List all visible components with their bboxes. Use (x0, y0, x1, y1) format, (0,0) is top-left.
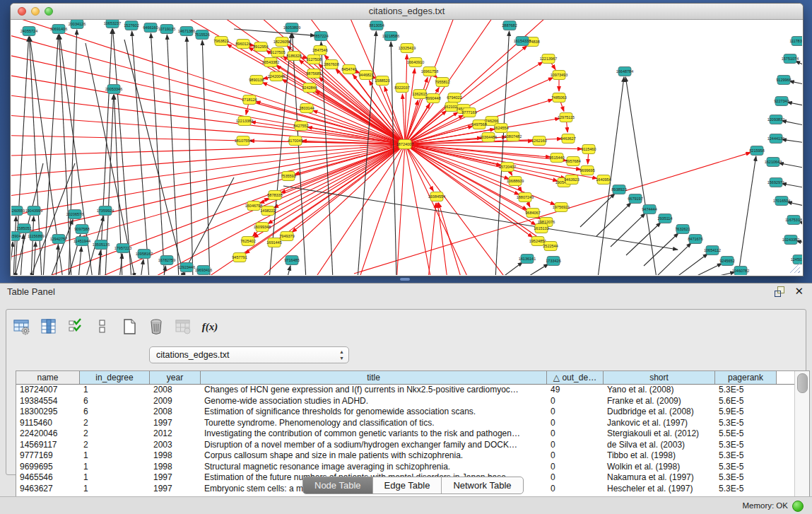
network-node-label: 9463627 (560, 136, 575, 141)
table-cell: 6 (80, 407, 150, 418)
network-edge (738, 156, 756, 275)
network-node-label: 1585051 (16, 226, 31, 230)
network-node-label: 10807482 (505, 134, 522, 139)
network-node-label: 9097588 (74, 227, 89, 231)
network-edge (596, 203, 631, 236)
column-header-title[interactable]: title (201, 371, 547, 384)
network-node-label: 7515526 (194, 33, 209, 37)
network-node-label: 2867608 (324, 62, 339, 66)
network-window-titlebar[interactable]: citations_edges.txt (11, 4, 803, 20)
function-builder-button[interactable]: f(x) (200, 317, 220, 337)
network-node-label: 7949379 (279, 234, 294, 238)
network-edge (268, 144, 405, 223)
network-node-label: 13505135 (93, 243, 110, 247)
network-node-label: 11156869 (28, 234, 45, 238)
tab-network-table[interactable]: Network Table (442, 477, 522, 493)
splitter-handle[interactable] (400, 278, 410, 281)
network-node-label: 8960124 (235, 42, 250, 46)
network-node-label: 10719135 (158, 27, 175, 31)
network-node-label: 15751074 (782, 57, 799, 61)
column-header-short[interactable]: short (604, 371, 715, 384)
table-cell: 0 (547, 462, 604, 473)
network-node-label: 8454749 (341, 67, 356, 71)
table-cell: 9699695 (16, 462, 80, 473)
tab-node-table[interactable]: Node Table (303, 477, 373, 493)
table-row[interactable]: 977716911998Corpus callosum shape and si… (16, 450, 809, 462)
network-node-label: 9716485 (284, 258, 299, 262)
table-row[interactable]: 1872400712008Changes of HCN gene express… (16, 385, 809, 396)
select-column-button[interactable] (39, 317, 59, 337)
network-node-label: 24055724 (20, 29, 37, 33)
delete-table-button[interactable] (146, 317, 166, 337)
table-cell: 2 (80, 428, 150, 440)
network-node-label: 16782759 (158, 258, 175, 262)
table-tabbar: Node Table Edge Table Network Table (0, 477, 812, 495)
network-node-label: 19812076 (538, 220, 555, 224)
network-node-label: 12093832 (767, 117, 784, 122)
network-canvas[interactable]: 1872400779638228960124891295418226058912… (11, 20, 802, 275)
network-node-label: 19756921 (553, 205, 570, 209)
new-table-button[interactable] (119, 317, 139, 337)
row-height-button[interactable] (93, 317, 112, 337)
table-cell: 1998 (150, 462, 201, 473)
network-node-label: 22420046 (268, 74, 285, 78)
table-cell: 5.6E-5 (715, 396, 777, 407)
table-cell: de Silva et al. (2003) (604, 440, 715, 451)
network-node-label: 12213967 (540, 57, 557, 61)
table-cell: Tourette syndrome. Phenomenology and cla… (201, 418, 547, 429)
table-cell: 2012 (150, 428, 201, 440)
table-panel-title: Table Panel (7, 286, 55, 297)
network-node-label: 18107554 (235, 139, 252, 143)
network-edge (283, 186, 678, 250)
column-header-year[interactable]: year (150, 371, 201, 384)
close-panel-icon[interactable]: ✕ (794, 286, 804, 296)
column-header-in_degree[interactable]: in_degree (80, 371, 150, 384)
network-node-label: 9515440 (549, 156, 564, 160)
network-node-label: 1733426 (546, 259, 560, 263)
network-edge (292, 33, 306, 275)
table-cell: 6 (80, 396, 150, 407)
network-node-label: 1588520 (375, 78, 389, 83)
network-node-label: 2887682 (502, 23, 517, 28)
table-row[interactable]: 969969511998Structural magnetic resonanc… (16, 462, 809, 473)
network-node-label: 16099348 (254, 225, 271, 229)
column-header-out_de[interactable]: △ out_de… (547, 371, 604, 384)
select-rows-button[interactable] (66, 317, 86, 337)
scrollbar-thumb[interactable] (797, 373, 808, 393)
network-node-label: 20053346 (105, 87, 122, 91)
network-node-label: 12923446 (178, 265, 195, 269)
table-cell: 0 (547, 418, 604, 429)
column-header-name[interactable]: name (16, 371, 80, 384)
network-node-label: 20034126 (69, 22, 86, 26)
memory-status-indicator[interactable] (792, 501, 804, 512)
table-row[interactable]: 1938455462009Genome-wide association stu… (16, 396, 809, 407)
float-panel-icon[interactable] (775, 286, 784, 296)
network-node-label: 30691406 (50, 27, 67, 31)
network-node-label: 7955812 (435, 80, 449, 84)
table-chooser-dropdown[interactable]: citations_edges.txt ▲▼ (149, 346, 349, 363)
network-node-label: 10243352 (782, 238, 799, 242)
network-node-label: 19693416 (195, 268, 212, 272)
table-row[interactable]: 2242004622012Investigating the contribut… (16, 428, 809, 440)
table-row[interactable]: 1456911722003Disruption of a novel membe… (16, 440, 809, 451)
network-edge (428, 203, 436, 275)
network-edge (779, 163, 802, 169)
network-edge (402, 94, 405, 144)
table-settings-button[interactable] (12, 317, 32, 337)
network-edge (321, 42, 333, 275)
network-node-label: 9127505 (270, 50, 285, 54)
table-cell: 14569117 (16, 440, 80, 451)
network-node-label: 20364486 (480, 135, 497, 139)
window-title: citations_edges.txt (11, 6, 803, 16)
status-bar: Memory: OK (0, 496, 812, 514)
network-node-label: 9890138 (249, 78, 264, 82)
table-cell: 5.3E-5 (715, 418, 777, 429)
table-row[interactable]: 1830029562008Estimation of significance … (16, 407, 809, 418)
network-node-label: 9684067 (525, 211, 540, 215)
table-cell: 0 (547, 440, 604, 451)
table-row[interactable]: 911546021997Tourette syndrome. Phenomeno… (16, 418, 809, 429)
tab-edge-table[interactable]: Edge Table (373, 477, 442, 493)
network-node-label: 7632621 (675, 227, 690, 231)
column-header-pagerank[interactable]: pagerank (715, 371, 777, 384)
network-node-label: 10958167 (136, 252, 153, 256)
